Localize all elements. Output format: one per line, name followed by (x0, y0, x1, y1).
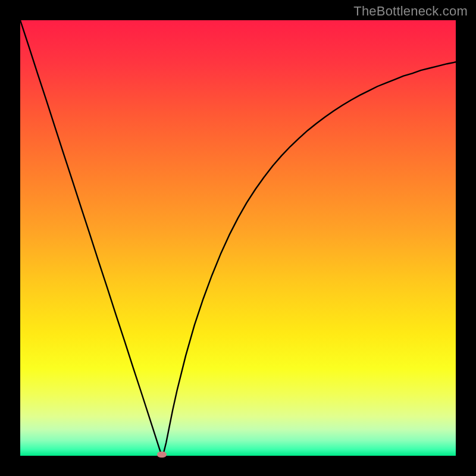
bottleneck-plot (20, 20, 456, 456)
watermark-text: TheBottleneck.com (353, 4, 468, 19)
chart-stage: TheBottleneck.com (0, 0, 476, 476)
gradient-background (20, 20, 456, 456)
minimum-marker (157, 452, 167, 458)
